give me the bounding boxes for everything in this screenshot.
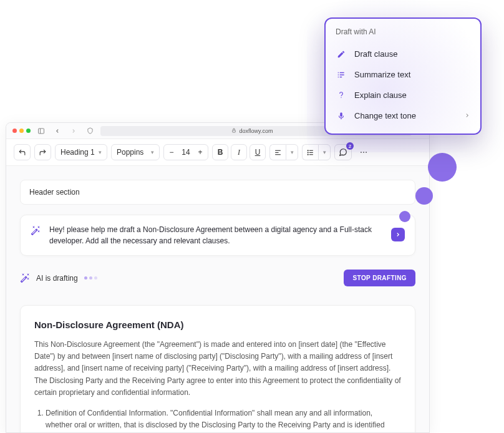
question-icon <box>336 91 347 100</box>
shield-icon[interactable] <box>84 125 95 137</box>
font-size-value[interactable]: 14 <box>179 145 193 160</box>
ai-popup-title: Draft with AI <box>336 27 470 36</box>
back-button[interactable] <box>52 125 63 137</box>
svg-point-9 <box>308 150 308 150</box>
decrease-font-button[interactable]: − <box>164 145 179 160</box>
lock-icon <box>231 128 236 134</box>
underline-button[interactable]: U <box>250 144 266 160</box>
ai-action-summarize[interactable]: Summarize text <box>336 64 470 85</box>
heading-label: Heading 1 <box>61 148 95 157</box>
send-prompt-button[interactable] <box>391 228 405 241</box>
forward-button[interactable] <box>68 125 79 137</box>
svg-point-11 <box>308 154 308 155</box>
svg-rect-0 <box>39 129 44 134</box>
chevron-right-icon <box>464 112 470 120</box>
bold-button[interactable]: B <box>212 144 228 160</box>
magic-wand-icon <box>31 225 41 238</box>
font-select[interactable]: Poppins ▾ <box>111 144 160 160</box>
pen-icon <box>336 50 347 59</box>
align-dropdown[interactable]: ▾ <box>286 144 298 160</box>
ai-item-label: Explain clause <box>354 90 407 100</box>
document-title: Non-Disclosure Agreement (NDA) <box>34 319 401 330</box>
italic-button[interactable]: I <box>231 144 247 160</box>
window-controls[interactable] <box>12 129 31 133</box>
decoration-bubble <box>415 187 433 205</box>
header-section[interactable]: Header section <box>20 180 415 205</box>
decoration-bubble <box>399 211 410 222</box>
decoration-bubble <box>428 153 457 182</box>
font-size-stepper: − 14 + <box>163 144 208 160</box>
align-button[interactable] <box>269 144 286 160</box>
svg-point-10 <box>308 152 308 152</box>
ai-item-label: Draft clause <box>354 49 397 59</box>
ai-item-label: Summarize text <box>354 70 410 79</box>
url-text: doxflowy.com <box>240 128 273 134</box>
maximize-icon[interactable] <box>26 129 31 133</box>
loading-dots-icon <box>84 276 97 280</box>
ai-action-draft-clause[interactable]: Draft clause <box>336 44 470 64</box>
minimize-icon[interactable] <box>19 129 24 133</box>
drafting-status: AI is drafting <box>36 274 78 283</box>
document-intro: This Non-Disclosure Agreement (the "Agre… <box>34 339 401 399</box>
header-section-label: Header section <box>29 188 80 197</box>
sidebar-toggle-icon[interactable] <box>36 125 47 137</box>
ai-item-label: Change text tone <box>354 111 416 120</box>
font-label: Poppins <box>117 148 143 157</box>
close-icon[interactable] <box>12 129 17 133</box>
chevron-down-icon: ▾ <box>151 149 154 155</box>
chevron-down-icon: ▾ <box>99 149 102 155</box>
undo-button[interactable] <box>14 144 31 160</box>
redo-button[interactable] <box>34 144 51 160</box>
summarize-icon <box>336 71 347 79</box>
document-clause-1: Definition of Confidential Information. … <box>46 407 401 431</box>
microphone-icon <box>336 112 347 120</box>
prompt-text[interactable]: Hey! please help me draft a Non-Disclosu… <box>49 224 382 246</box>
ai-action-explain[interactable]: Explain clause <box>336 85 470 105</box>
heading-select[interactable]: Heading 1 ▾ <box>55 144 107 160</box>
ai-action-change-tone[interactable]: Change text tone <box>336 105 470 126</box>
increase-font-button[interactable]: + <box>193 145 208 160</box>
stop-drafting-button[interactable]: STOP DRAFTING <box>344 270 415 286</box>
ai-popup: Draft with AI Draft clause Summarize tex… <box>324 17 482 135</box>
document-body[interactable]: Non-Disclosure Agreement (NDA) This Non-… <box>20 305 415 432</box>
svg-rect-2 <box>232 130 235 132</box>
ai-prompt-card: Hey! please help me draft a Non-Disclosu… <box>20 215 415 256</box>
magic-wand-icon <box>20 273 30 285</box>
